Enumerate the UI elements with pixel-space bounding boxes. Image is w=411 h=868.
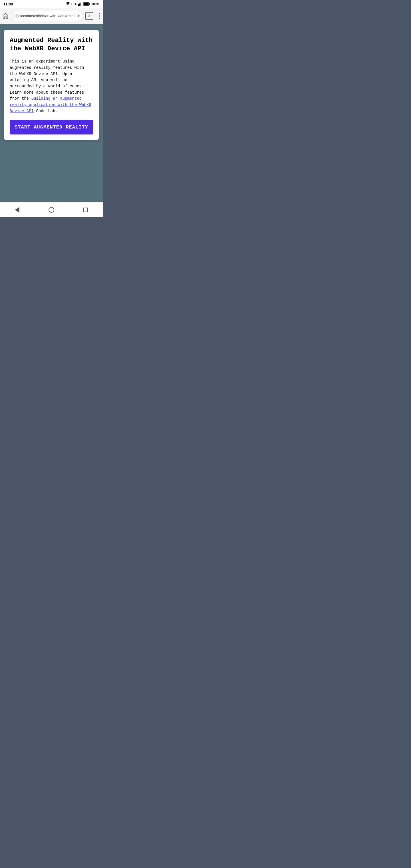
tabs-button[interactable]: 3 <box>85 12 93 20</box>
address-bar[interactable]: i localhost:8888/ar-with-webxr/step-0: <box>11 11 83 21</box>
status-icons: LTE 100% <box>66 2 99 6</box>
battery-icon <box>83 2 90 6</box>
card-body-text1: This is an experiment using augmented re… <box>10 59 84 101</box>
content-card: Augmented Reality with the WebXR Device … <box>4 30 99 140</box>
card-title: Augmented Reality with the WebXR Device … <box>10 36 93 53</box>
browser-chrome: i localhost:8888/ar-with-webxr/step-0: 3 <box>0 8 103 24</box>
status-bar: 11:00 LTE 100% <box>0 0 103 8</box>
svg-rect-0 <box>78 4 79 6</box>
svg-rect-2 <box>81 3 81 6</box>
recents-button[interactable] <box>77 204 94 216</box>
home-circle-icon <box>49 207 54 213</box>
nav-bar <box>0 202 103 217</box>
home-nav-button[interactable] <box>43 204 60 216</box>
menu-button[interactable] <box>96 12 103 20</box>
info-icon: i <box>14 14 19 18</box>
back-icon <box>15 207 20 213</box>
main-content: Augmented Reality with the WebXR Device … <box>0 24 103 202</box>
svg-rect-5 <box>89 3 90 5</box>
status-time: 11:00 <box>3 2 13 6</box>
svg-rect-6 <box>84 3 89 5</box>
svg-rect-3 <box>82 2 82 6</box>
back-button[interactable] <box>8 204 26 216</box>
home-button[interactable] <box>2 12 8 20</box>
wifi-icon <box>66 2 70 6</box>
recents-icon <box>83 208 88 212</box>
card-body-text2: Code Lab. <box>34 109 58 113</box>
lte-label: LTE <box>71 2 77 6</box>
svg-rect-1 <box>80 3 80 6</box>
address-text: localhost:8888/ar-with-webxr/step-0: <box>20 14 80 18</box>
card-description: This is an experiment using augmented re… <box>10 59 93 114</box>
battery-percent: 100% <box>91 2 99 6</box>
signal-icon <box>78 2 82 6</box>
start-ar-button[interactable]: START AUGMENTED REALITY <box>10 120 93 134</box>
